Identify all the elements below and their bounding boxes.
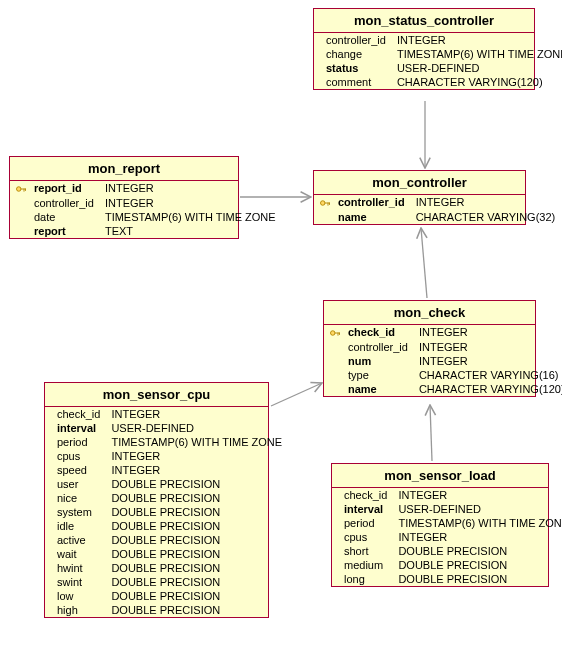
column-name: short — [339, 544, 393, 558]
column-type: INTEGER — [106, 449, 287, 463]
entity-title: mon_controller — [314, 171, 525, 195]
column-row: controller_idINTEGER — [10, 196, 281, 210]
column-name: controller_id — [343, 340, 414, 354]
column-type: TIMESTAMP(6) WITH TIME ZONE — [100, 210, 281, 224]
key-spacer — [324, 340, 343, 354]
column-name: check_id — [343, 325, 414, 340]
key-spacer — [45, 421, 52, 435]
key-spacer — [324, 382, 343, 396]
column-row: shortDOUBLE PRECISION — [332, 544, 562, 558]
column-row: typeCHARACTER VARYING(16) — [324, 368, 562, 382]
column-name: high — [52, 603, 106, 617]
column-type: DOUBLE PRECISION — [393, 558, 562, 572]
column-row: intervalUSER-DEFINED — [332, 502, 562, 516]
svg-point-1 — [321, 201, 326, 206]
column-row: check_idINTEGER — [332, 488, 562, 502]
column-type: DOUBLE PRECISION — [106, 477, 287, 491]
key-spacer — [45, 533, 52, 547]
column-row: userDOUBLE PRECISION — [45, 477, 287, 491]
key-spacer — [45, 519, 52, 533]
column-type: CHARACTER VARYING(16) — [414, 368, 562, 382]
column-row: nameCHARACTER VARYING(32) — [314, 210, 560, 224]
column-type: INTEGER — [414, 354, 562, 368]
column-name: comment — [321, 75, 392, 89]
column-type: TIMESTAMP(6) WITH TIME ZONE — [106, 435, 287, 449]
column-name: interval — [52, 421, 106, 435]
column-type: INTEGER — [393, 488, 562, 502]
entity-title: mon_status_controller — [314, 9, 534, 33]
column-name: check_id — [52, 407, 106, 421]
column-type: INTEGER — [106, 463, 287, 477]
column-type: DOUBLE PRECISION — [106, 519, 287, 533]
column-row: reportTEXT — [10, 224, 281, 238]
column-name: date — [29, 210, 100, 224]
column-name: change — [321, 47, 392, 61]
column-row: activeDOUBLE PRECISION — [45, 533, 287, 547]
column-row: periodTIMESTAMP(6) WITH TIME ZONE — [45, 435, 287, 449]
column-row: intervalUSER-DEFINED — [45, 421, 287, 435]
key-spacer — [314, 47, 321, 61]
column-name: period — [339, 516, 393, 530]
column-row: report_idINTEGER — [10, 181, 281, 196]
column-type: INTEGER — [392, 33, 562, 47]
key-spacer — [332, 516, 339, 530]
column-name: speed — [52, 463, 106, 477]
column-name: long — [339, 572, 393, 586]
column-name: system — [52, 505, 106, 519]
column-type: DOUBLE PRECISION — [106, 547, 287, 561]
column-name: idle — [52, 519, 106, 533]
relation-arrow — [430, 405, 432, 461]
column-type: DOUBLE PRECISION — [106, 603, 287, 617]
column-row: speedINTEGER — [45, 463, 287, 477]
key-spacer — [45, 589, 52, 603]
column-type: CHARACTER VARYING(32) — [411, 210, 561, 224]
entity-columns: controller_idINTEGERchangeTIMESTAMP(6) W… — [314, 33, 562, 89]
column-type: DOUBLE PRECISION — [393, 572, 562, 586]
key-spacer — [324, 368, 343, 382]
key-spacer — [45, 491, 52, 505]
key-spacer — [45, 435, 52, 449]
column-row: niceDOUBLE PRECISION — [45, 491, 287, 505]
column-type: DOUBLE PRECISION — [393, 544, 562, 558]
primary-key-icon — [314, 195, 333, 210]
entity-columns: check_idINTEGERintervalUSER-DEFINEDperio… — [45, 407, 287, 617]
column-row: idleDOUBLE PRECISION — [45, 519, 287, 533]
key-spacer — [332, 488, 339, 502]
column-row: longDOUBLE PRECISION — [332, 572, 562, 586]
key-spacer — [314, 61, 321, 75]
column-name: name — [343, 382, 414, 396]
column-type: INTEGER — [106, 407, 287, 421]
column-type: INTEGER — [414, 325, 562, 340]
key-spacer — [45, 547, 52, 561]
column-name: user — [52, 477, 106, 491]
column-type: TIMESTAMP(6) WITH TIME ZONE — [392, 47, 562, 61]
column-name: interval — [339, 502, 393, 516]
column-row: controller_idINTEGER — [324, 340, 562, 354]
column-row: changeTIMESTAMP(6) WITH TIME ZONE — [314, 47, 562, 61]
key-spacer — [45, 575, 52, 589]
column-type: USER-DEFINED — [393, 502, 562, 516]
key-spacer — [314, 33, 321, 47]
column-type: CHARACTER VARYING(120) — [392, 75, 562, 89]
key-spacer — [45, 407, 52, 421]
column-name: num — [343, 354, 414, 368]
column-name: period — [52, 435, 106, 449]
column-row: lowDOUBLE PRECISION — [45, 589, 287, 603]
relation-arrow — [271, 383, 322, 406]
column-row: systemDOUBLE PRECISION — [45, 505, 287, 519]
column-type: INTEGER — [393, 530, 562, 544]
column-name: check_id — [339, 488, 393, 502]
entity-columns: report_idINTEGERcontroller_idINTEGERdate… — [10, 181, 281, 238]
entity-mon_report: mon_reportreport_idINTEGERcontroller_idI… — [9, 156, 239, 239]
column-row: dateTIMESTAMP(6) WITH TIME ZONE — [10, 210, 281, 224]
primary-key-icon — [10, 181, 29, 196]
key-spacer — [324, 354, 343, 368]
key-spacer — [332, 544, 339, 558]
column-name: swint — [52, 575, 106, 589]
column-row: numINTEGER — [324, 354, 562, 368]
column-name: active — [52, 533, 106, 547]
column-name: report_id — [29, 181, 100, 196]
column-row: cpusINTEGER — [45, 449, 287, 463]
entity-mon_controller: mon_controllercontroller_idINTEGERnameCH… — [313, 170, 526, 225]
column-type: USER-DEFINED — [106, 421, 287, 435]
